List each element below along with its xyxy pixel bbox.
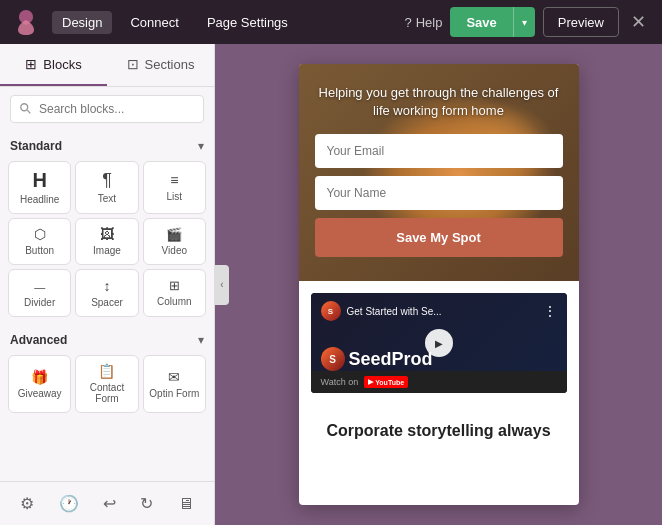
- name-field[interactable]: [315, 176, 563, 210]
- block-giveaway[interactable]: 🎁 Giveaway: [8, 355, 71, 413]
- youtube-thumbnail[interactable]: S Get Started with Se... ⋮ S SeedProd ▶ …: [311, 293, 567, 393]
- sidebar: ⊞ Blocks ⊡ Sections Standard ▾ H Headlin…: [0, 44, 215, 525]
- youtube-watch-bar: Watch on ▶ YouTube: [311, 371, 567, 393]
- contact-form-icon: 📋: [98, 364, 115, 378]
- undo-icon[interactable]: ↩: [99, 490, 120, 517]
- block-video[interactable]: 🎬 Video: [143, 218, 206, 265]
- button-label: Button: [25, 245, 54, 256]
- standard-blocks-grid: H Headline ¶ Text ≡ List ⬡ Button 🖼 Imag…: [0, 157, 214, 325]
- standard-section-title: Standard: [10, 139, 62, 153]
- youtube-inner: S Get Started with Se... ⋮ S SeedProd ▶ …: [311, 293, 567, 393]
- block-column[interactable]: ⊞ Column: [143, 269, 206, 317]
- close-button[interactable]: ✕: [627, 11, 650, 33]
- advanced-section-header: Advanced ▾: [0, 325, 214, 351]
- headline-icon: H: [32, 170, 46, 190]
- collapse-handle[interactable]: ‹: [215, 265, 229, 305]
- save-main-button[interactable]: Save: [450, 7, 512, 37]
- list-label: List: [167, 191, 183, 202]
- save-caret-button[interactable]: ▾: [513, 7, 535, 37]
- block-button[interactable]: ⬡ Button: [8, 218, 71, 265]
- youtube-badge: ▶ YouTube: [364, 376, 408, 388]
- tab-sections[interactable]: ⊡ Sections: [107, 44, 214, 86]
- sidebar-tabs: ⊞ Blocks ⊡ Sections: [0, 44, 214, 87]
- divider-icon: —: [34, 278, 45, 293]
- text-icon: ¶: [102, 171, 112, 189]
- email-field[interactable]: [315, 134, 563, 168]
- spacer-label: Spacer: [91, 297, 123, 308]
- corporate-section: Corporate storytelling always: [299, 405, 579, 458]
- block-spacer[interactable]: ↕ Spacer: [75, 269, 138, 317]
- youtube-more-icon[interactable]: ⋮: [543, 303, 557, 319]
- block-text[interactable]: ¶ Text: [75, 161, 138, 214]
- advanced-collapse-icon[interactable]: ▾: [198, 333, 204, 347]
- youtube-watch-label: Watch on: [321, 377, 359, 387]
- block-divider[interactable]: — Divider: [8, 269, 71, 317]
- blocks-icon: ⊞: [25, 56, 37, 72]
- contact-form-label: Contact Form: [80, 382, 133, 404]
- settings-icon[interactable]: ⚙: [16, 490, 38, 517]
- column-icon: ⊞: [169, 279, 180, 292]
- standard-collapse-icon[interactable]: ▾: [198, 139, 204, 153]
- image-label: Image: [93, 245, 121, 256]
- youtube-video-title: Get Started with Se...: [347, 306, 442, 317]
- youtube-play-icon: ▶: [368, 378, 373, 386]
- search-input[interactable]: [10, 95, 204, 123]
- app-logo: [12, 8, 40, 36]
- page-frame: Helping you get through the challenges o…: [299, 64, 579, 505]
- hero-section: Helping you get through the challenges o…: [299, 64, 579, 281]
- sections-icon: ⊡: [127, 56, 139, 72]
- video-section: S Get Started with Se... ⋮ S SeedProd ▶ …: [299, 281, 579, 405]
- optin-form-label: Optin Form: [149, 388, 199, 399]
- help-button[interactable]: ? Help: [404, 15, 442, 30]
- block-optin-form[interactable]: ✉ Optin Form: [143, 355, 206, 413]
- divider-label: Divider: [24, 297, 55, 308]
- video-icon: 🎬: [166, 228, 182, 241]
- desktop-icon[interactable]: 🖥: [174, 491, 198, 517]
- nav-design[interactable]: Design: [52, 11, 112, 34]
- image-icon: 🖼: [100, 227, 114, 241]
- giveaway-label: Giveaway: [18, 388, 62, 399]
- standard-section-header: Standard ▾: [0, 131, 214, 157]
- youtube-top-bar: S Get Started with Se... ⋮: [311, 293, 567, 325]
- nav-connect[interactable]: Connect: [120, 11, 188, 34]
- nav-page-settings[interactable]: Page Settings: [197, 11, 298, 34]
- canvas-area: ‹ Helping you get through the challenges…: [215, 44, 662, 525]
- youtube-play-button[interactable]: ▶: [425, 329, 453, 357]
- youtube-brand-logo: S: [321, 347, 345, 371]
- cta-button[interactable]: Save My Spot: [315, 218, 563, 257]
- sidebar-footer: ⚙ 🕐 ↩ ↻ 🖥: [0, 481, 214, 525]
- advanced-section-title: Advanced: [10, 333, 67, 347]
- clock-icon[interactable]: 🕐: [55, 490, 83, 517]
- block-list[interactable]: ≡ List: [143, 161, 206, 214]
- help-circle-icon: ?: [404, 15, 411, 30]
- top-nav: Design Connect Page Settings ? Help Save…: [0, 0, 662, 44]
- save-button-group: Save ▾: [450, 7, 534, 37]
- block-contact-form[interactable]: 📋 Contact Form: [75, 355, 138, 413]
- headline-label: Headline: [20, 194, 59, 205]
- youtube-brand-name: SeedProd: [349, 349, 433, 370]
- refresh-icon[interactable]: ↻: [136, 490, 157, 517]
- optin-form-icon: ✉: [168, 370, 180, 384]
- search-wrap: [0, 87, 214, 131]
- column-label: Column: [157, 296, 191, 307]
- video-label: Video: [162, 245, 187, 256]
- advanced-blocks-grid: 🎁 Giveaway 📋 Contact Form ✉ Optin Form: [0, 351, 214, 421]
- youtube-small-logo: S: [321, 301, 341, 321]
- button-icon: ⬡: [34, 227, 46, 241]
- corporate-title: Corporate storytelling always: [315, 421, 563, 442]
- main-body: ⊞ Blocks ⊡ Sections Standard ▾ H Headlin…: [0, 44, 662, 525]
- text-label: Text: [98, 193, 116, 204]
- spacer-icon: ↕: [103, 279, 110, 293]
- block-headline[interactable]: H Headline: [8, 161, 71, 214]
- list-icon: ≡: [170, 173, 178, 187]
- block-image[interactable]: 🖼 Image: [75, 218, 138, 265]
- hero-headline: Helping you get through the challenges o…: [315, 84, 563, 120]
- preview-button[interactable]: Preview: [543, 7, 619, 37]
- giveaway-icon: 🎁: [31, 370, 48, 384]
- tab-blocks[interactable]: ⊞ Blocks: [0, 44, 107, 86]
- youtube-title-row: S Get Started with Se...: [321, 301, 442, 321]
